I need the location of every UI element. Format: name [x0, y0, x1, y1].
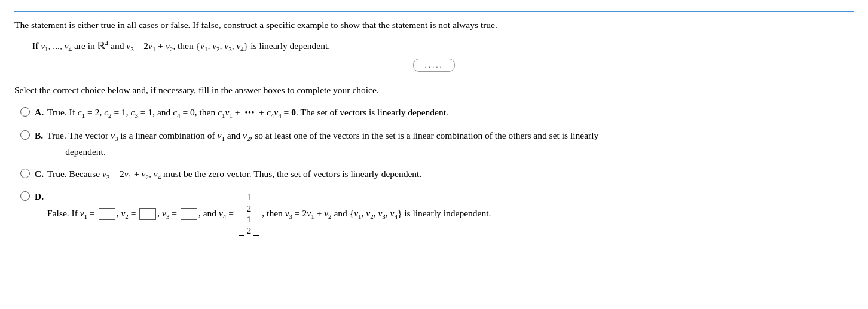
radio-c[interactable] — [20, 169, 30, 178]
false-label: False. If v1 = — [47, 206, 97, 222]
select-instruction: Select the correct choice below and, if … — [14, 83, 854, 97]
dots-box: ..... — [413, 59, 454, 72]
matrix-val-3: 1 — [247, 215, 252, 224]
choice-c-text: True. Because v3 = 2v1 + v2, v4 must be … — [47, 167, 421, 183]
radio-b[interactable] — [20, 130, 30, 140]
matrix-values: 1 2 1 2 — [247, 192, 252, 236]
v2-input[interactable] — [139, 208, 156, 220]
dots-divider: ..... — [14, 59, 854, 72]
problem-line: If v1, ..., v4 are in ℝ4 and v3 = 2v1 + … — [32, 38, 854, 55]
radio-d[interactable] — [20, 191, 30, 201]
choice-d-content: False. If v1 = , v2 = , v3 = , and v4 = … — [47, 189, 491, 236]
choices-container: A. True. If c1 = 2, c2 = 1, c3 = 1, and … — [20, 105, 854, 236]
choice-d-label: D. — [35, 189, 44, 204]
top-border — [14, 11, 854, 12]
v1-input[interactable] — [99, 208, 115, 220]
matrix: 1 2 1 2 — [239, 192, 260, 236]
statement-text: The statement is either true in all case… — [14, 18, 854, 32]
choice-d-row: False. If v1 = , v2 = , v3 = , and v4 = … — [47, 192, 491, 236]
choice-a: A. True. If c1 = 2, c2 = 1, c3 = 1, and … — [20, 105, 854, 121]
radio-a[interactable] — [20, 107, 30, 117]
matrix-val-1: 1 — [247, 193, 252, 202]
matrix-val-2: 2 — [247, 204, 252, 213]
comma2: , v3 = — [157, 206, 179, 222]
then-text: , then v3 = 2v1 + v2 and {v1, v2, v3, v4… — [262, 206, 491, 222]
divider-line — [14, 77, 854, 77]
comma1: , v2 = — [117, 206, 139, 222]
choice-b: B. True. The vector v3 is a linear combi… — [20, 129, 854, 159]
choice-b-label: B. — [35, 129, 43, 143]
choice-b-text: True. The vector v3 is a linear combinat… — [47, 129, 598, 159]
v3-input[interactable] — [181, 208, 197, 220]
matrix-bracket-right — [253, 192, 259, 236]
and-text: , and v4 = — [198, 206, 236, 222]
matrix-bracket-left — [239, 192, 244, 236]
matrix-val-4: 2 — [247, 227, 252, 235]
choice-a-text: True. If c1 = 2, c2 = 1, c3 = 1, and c4 … — [47, 105, 448, 121]
choice-c-label: C. — [35, 167, 44, 182]
choice-d: D. False. If v1 = , v2 = , v3 = , and v4… — [20, 189, 854, 236]
choice-a-label: A. — [35, 105, 44, 120]
choice-c: C. True. Because v3 = 2v1 + v2, v4 must … — [20, 167, 854, 183]
